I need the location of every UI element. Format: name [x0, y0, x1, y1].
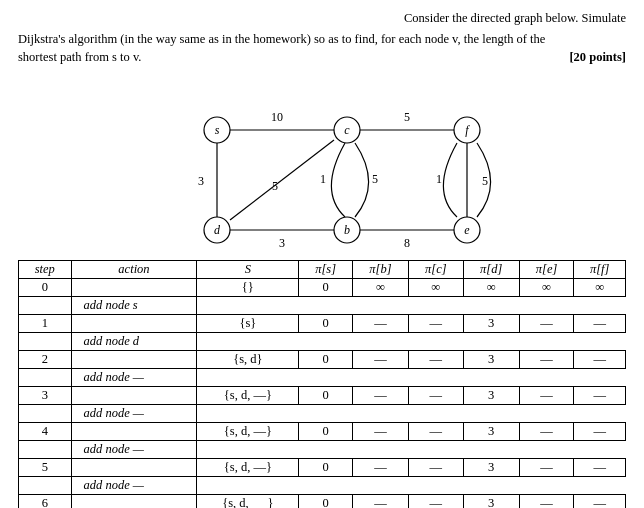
- cell-action-6b: [71, 495, 197, 509]
- table-row-0: 0 {} 0 ∞ ∞ ∞ ∞ ∞: [19, 279, 626, 297]
- table-row-6: 6 {s, d, } 0 — — 3 — —: [19, 495, 626, 509]
- cell-action-2: add node d: [71, 333, 197, 351]
- cell-pi-b-6: —: [353, 495, 409, 509]
- cell-action-1b: [71, 315, 197, 333]
- cell-step-6: 6: [19, 495, 72, 509]
- cell-pi-b-3: —: [353, 387, 409, 405]
- node-b-label: b: [344, 223, 350, 237]
- intro-text: Dijkstra's algorithm (in the way same as…: [18, 30, 626, 68]
- cell-pi-s-5: 0: [299, 459, 353, 477]
- cell-step-1: 1: [19, 315, 72, 333]
- cell-pi-b-4: —: [353, 423, 409, 441]
- cell-pi-c-5: —: [408, 459, 463, 477]
- intro-line3: shortest path from s to v.: [18, 50, 141, 64]
- table-action-row-6: add node —: [19, 477, 626, 495]
- graph-svg: 10 5 3 3 8 5 5 1 5: [127, 75, 517, 250]
- cell-action-4: add node —: [71, 405, 197, 423]
- edge-db-weight: 3: [279, 236, 285, 250]
- edge-cf-weight: 5: [404, 110, 410, 124]
- cell-pi-d-2: 3: [463, 351, 519, 369]
- cell-step-empty-4: [19, 405, 72, 423]
- cell-step-0: 0: [19, 279, 72, 297]
- th-pi-d: π[d]: [463, 261, 519, 279]
- cell-step-empty-5: [19, 441, 72, 459]
- table-action-row-1: add node s: [19, 297, 626, 315]
- table-action-row-5: add node —: [19, 441, 626, 459]
- node-e-label: e: [464, 223, 470, 237]
- cell-pi-c-4: —: [408, 423, 463, 441]
- cell-pi-d-1: 3: [463, 315, 519, 333]
- table-row-1: 1 {s} 0 — — 3 — —: [19, 315, 626, 333]
- cell-pi-s-1: 0: [299, 315, 353, 333]
- table-action-row-2: add node d: [19, 333, 626, 351]
- cell-pi-c-2: —: [408, 351, 463, 369]
- intro-line2: Dijkstra's algorithm (in the way same as…: [18, 32, 545, 46]
- cell-pi-b-1: —: [353, 315, 409, 333]
- cell-step-5: 5: [19, 459, 72, 477]
- table-header-row: step action S π[s] π[b] π[c] π[d] π[e] π…: [19, 261, 626, 279]
- cell-pi-f-4: —: [574, 423, 626, 441]
- cell-S-1: {s}: [197, 315, 299, 333]
- cell-pi-e-2: —: [519, 351, 574, 369]
- cell-pi-s-2: 0: [299, 351, 353, 369]
- cell-pi-b-2: —: [353, 351, 409, 369]
- header-line1: Consider the directed graph below. Simul…: [404, 11, 626, 25]
- table-action-row-4: add node —: [19, 405, 626, 423]
- cell-pi-d-3: 3: [463, 387, 519, 405]
- cell-step-empty-3: [19, 369, 72, 387]
- edge-dc-weight: 5: [272, 179, 278, 193]
- cell-pi-e-4: —: [519, 423, 574, 441]
- cell-S-2: {s, d}: [197, 351, 299, 369]
- edge-bc-weight2: 5: [372, 172, 378, 186]
- cell-action-0: [71, 279, 197, 297]
- cell-step-empty-2: [19, 333, 72, 351]
- edge-ef-weight1: 1: [436, 172, 442, 186]
- cell-pi-c-3: —: [408, 387, 463, 405]
- cell-pi-s-6: 0: [299, 495, 353, 509]
- cell-pi-c-6: —: [408, 495, 463, 509]
- table-container: step action S π[s] π[b] π[c] π[d] π[e] π…: [18, 260, 626, 508]
- edge-sc-weight: 10: [271, 110, 283, 124]
- cell-S-3: {s, d, —}: [197, 387, 299, 405]
- cell-pi-f-2: —: [574, 351, 626, 369]
- th-pi-c: π[c]: [408, 261, 463, 279]
- table-row-5: 5 {s, d, —} 0 — — 3 — —: [19, 459, 626, 477]
- node-d-label: d: [214, 223, 221, 237]
- cell-pi-d-6: 3: [463, 495, 519, 509]
- cell-pi-s-3: 0: [299, 387, 353, 405]
- cell-pi-d-4: 3: [463, 423, 519, 441]
- th-pi-e: π[e]: [519, 261, 574, 279]
- cell-S-0: {}: [197, 279, 299, 297]
- node-s-label: s: [215, 123, 220, 137]
- graph-area: 10 5 3 3 8 5 5 1 5: [18, 75, 626, 250]
- cell-step-2: 2: [19, 351, 72, 369]
- cell-pi-e-6: —: [519, 495, 574, 509]
- cell-action-3: add node —: [71, 369, 197, 387]
- cell-step-4: 4: [19, 423, 72, 441]
- cell-step-3: 3: [19, 387, 72, 405]
- cell-action-5: add node —: [71, 441, 197, 459]
- table-row-3: 3 {s, d, —} 0 — — 3 — —: [19, 387, 626, 405]
- cell-action-5b: [71, 459, 197, 477]
- cell-step-empty-6: [19, 477, 72, 495]
- cell-pi-e-0: ∞: [519, 279, 574, 297]
- table-row-2: 2 {s, d} 0 — — 3 — —: [19, 351, 626, 369]
- edge-sd-weight: 3: [198, 174, 204, 188]
- th-pi-f: π[f]: [574, 261, 626, 279]
- header-text: Consider the directed graph below. Simul…: [18, 10, 626, 28]
- cell-pi-f-6: —: [574, 495, 626, 509]
- cell-pi-c-1: —: [408, 315, 463, 333]
- th-pi-b: π[b]: [353, 261, 409, 279]
- cell-pi-s-0: 0: [299, 279, 353, 297]
- algorithm-table: step action S π[s] π[b] π[c] π[d] π[e] π…: [18, 260, 626, 508]
- edge-fe-weight: 5: [482, 174, 488, 188]
- th-step: step: [19, 261, 72, 279]
- cell-S-6: {s, d, }: [197, 495, 299, 509]
- cell-action-2b: [71, 351, 197, 369]
- cell-pi-b-0: ∞: [353, 279, 409, 297]
- cell-pi-d-0: ∞: [463, 279, 519, 297]
- cell-step-empty-1: [19, 297, 72, 315]
- th-pi-s: π[s]: [299, 261, 353, 279]
- cell-S-5: {s, d, —}: [197, 459, 299, 477]
- cell-pi-s-4: 0: [299, 423, 353, 441]
